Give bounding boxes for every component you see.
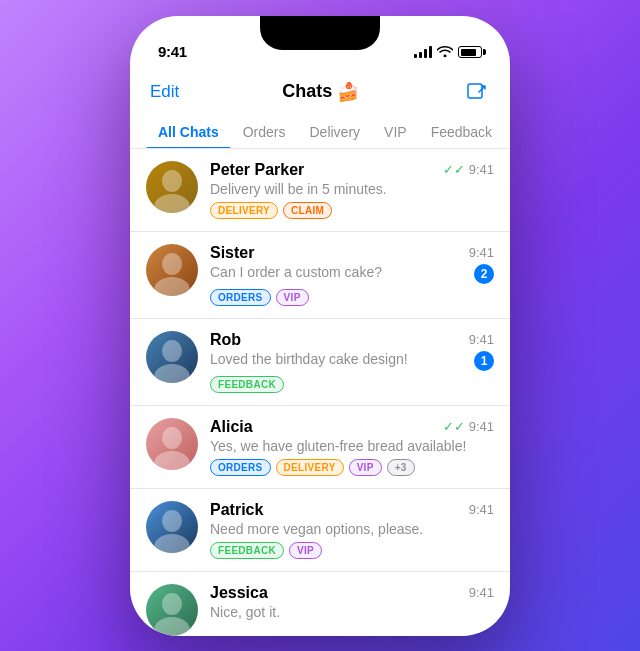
chat-name: Patrick <box>210 501 263 519</box>
chat-time: 9:41 <box>469 332 494 347</box>
avatar-image <box>146 244 198 296</box>
notch <box>260 16 380 50</box>
tag-list: FEEDBACK <box>210 376 494 393</box>
tag-orders: ORDERS <box>210 289 271 306</box>
tag-more: +3 <box>387 459 415 476</box>
tag-orders: ORDERS <box>210 459 271 476</box>
svg-point-2 <box>154 194 190 213</box>
chat-time-wrap: 9:41 <box>469 245 494 260</box>
nav-title: Chats 🍰 <box>282 81 359 103</box>
chat-item[interactable]: Peter Parker ✓✓ 9:41 Delivery will be in… <box>130 149 510 232</box>
battery-icon <box>458 46 482 58</box>
chat-header: Jessica 9:41 <box>210 584 494 602</box>
svg-point-9 <box>162 510 182 532</box>
avatar <box>146 161 198 213</box>
status-icons <box>414 45 482 60</box>
avatar <box>146 244 198 296</box>
svg-point-10 <box>154 534 190 553</box>
chat-time-wrap: ✓✓ 9:41 <box>443 419 494 434</box>
nav-bar: Edit Chats 🍰 <box>130 68 510 116</box>
tag-claim: CLAIM <box>283 202 332 219</box>
chat-time-wrap: ✓✓ 9:41 <box>443 162 494 177</box>
avatar <box>146 418 198 470</box>
tag-list: DELIVERYCLAIM <box>210 202 494 219</box>
svg-point-3 <box>162 253 182 275</box>
chat-preview: Can I order a custom cake? 2 <box>210 264 494 284</box>
wifi-icon <box>437 45 453 60</box>
tab-feedback[interactable]: Feedback <box>419 116 504 148</box>
tab-delivery[interactable]: Delivery <box>297 116 372 148</box>
avatar-image <box>146 584 198 636</box>
tag-delivery: DELIVERY <box>276 459 344 476</box>
chat-time: 9:41 <box>469 245 494 260</box>
chat-item[interactable]: Rob 9:41 Loved the birthday cake design!… <box>130 319 510 406</box>
chat-name: Peter Parker <box>210 161 304 179</box>
chat-time: 9:41 <box>469 585 494 600</box>
chat-header: Patrick 9:41 <box>210 501 494 519</box>
svg-point-8 <box>154 451 190 470</box>
chat-preview: Nice, got it. <box>210 604 494 620</box>
svg-point-6 <box>154 364 190 383</box>
avatar-image <box>146 418 198 470</box>
chat-time-wrap: 9:41 <box>469 332 494 347</box>
read-icon: ✓✓ <box>443 419 465 434</box>
chat-header: Alicia ✓✓ 9:41 <box>210 418 494 436</box>
svg-point-1 <box>162 170 182 192</box>
chat-time-wrap: 9:41 <box>469 585 494 600</box>
tab-all[interactable]: All Chats <box>146 116 231 148</box>
chat-content: Rob 9:41 Loved the birthday cake design!… <box>210 331 494 393</box>
svg-point-7 <box>162 427 182 449</box>
tabs-bar: All ChatsOrdersDeliveryVIPFeedback <box>130 116 510 149</box>
edit-button[interactable]: Edit <box>150 82 179 102</box>
tab-orders[interactable]: Orders <box>231 116 298 148</box>
chat-name: Jessica <box>210 584 268 602</box>
tag-feedback: FEEDBACK <box>210 542 284 559</box>
signal-icon <box>414 46 432 58</box>
chat-name: Rob <box>210 331 241 349</box>
chat-item[interactable]: Patrick 9:41 Need more vegan options, pl… <box>130 489 510 572</box>
chat-content: Alicia ✓✓ 9:41 Yes, we have gluten-free … <box>210 418 494 476</box>
svg-point-12 <box>154 617 190 636</box>
svg-point-5 <box>162 340 182 362</box>
chat-item[interactable]: Jessica 9:41 Nice, got it. <box>130 572 510 636</box>
avatar <box>146 331 198 383</box>
status-time: 9:41 <box>158 43 187 60</box>
tag-vip: VIP <box>289 542 322 559</box>
chat-item[interactable]: Alicia ✓✓ 9:41 Yes, we have gluten-free … <box>130 406 510 489</box>
chat-preview: Loved the birthday cake design! 1 <box>210 351 494 371</box>
chat-header: Sister 9:41 <box>210 244 494 262</box>
phone-frame: 9:41 <box>130 16 510 636</box>
avatar <box>146 584 198 636</box>
chat-header: Rob 9:41 <box>210 331 494 349</box>
unread-badge: 1 <box>474 351 494 371</box>
chat-name: Alicia <box>210 418 253 436</box>
svg-point-4 <box>154 277 190 296</box>
tag-list: FEEDBACKVIP <box>210 542 494 559</box>
tag-vip: VIP <box>276 289 309 306</box>
tab-vip[interactable]: VIP <box>372 116 419 148</box>
avatar-image <box>146 501 198 553</box>
svg-point-11 <box>162 593 182 615</box>
read-icon: ✓✓ <box>443 162 465 177</box>
avatar-image <box>146 161 198 213</box>
chat-preview: Delivery will be in 5 minutes. <box>210 181 494 197</box>
chat-time: 9:41 <box>469 162 494 177</box>
compose-button[interactable] <box>462 78 490 106</box>
chat-time: 9:41 <box>469 502 494 517</box>
chat-list: Peter Parker ✓✓ 9:41 Delivery will be in… <box>130 149 510 636</box>
unread-badge: 2 <box>474 264 494 284</box>
avatar-image <box>146 331 198 383</box>
chat-preview: Need more vegan options, please. <box>210 521 494 537</box>
chat-preview: Yes, we have gluten-free bread available… <box>210 438 494 454</box>
chat-content: Jessica 9:41 Nice, got it. <box>210 584 494 625</box>
chat-time: 9:41 <box>469 419 494 434</box>
chat-time-wrap: 9:41 <box>469 502 494 517</box>
tag-list: ORDERSDELIVERYVIP+3 <box>210 459 494 476</box>
compose-icon <box>465 81 487 103</box>
chat-item[interactable]: Sister 9:41 Can I order a custom cake? 2… <box>130 232 510 319</box>
chat-content: Sister 9:41 Can I order a custom cake? 2… <box>210 244 494 306</box>
avatar <box>146 501 198 553</box>
chat-header: Peter Parker ✓✓ 9:41 <box>210 161 494 179</box>
tag-delivery: DELIVERY <box>210 202 278 219</box>
tag-vip: VIP <box>349 459 382 476</box>
